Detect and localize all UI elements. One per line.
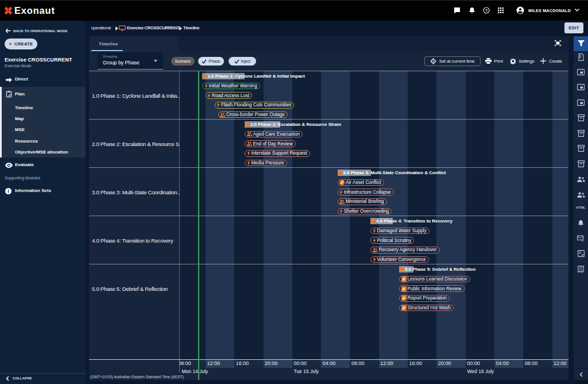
svg-text:?: ? — [485, 7, 488, 13]
